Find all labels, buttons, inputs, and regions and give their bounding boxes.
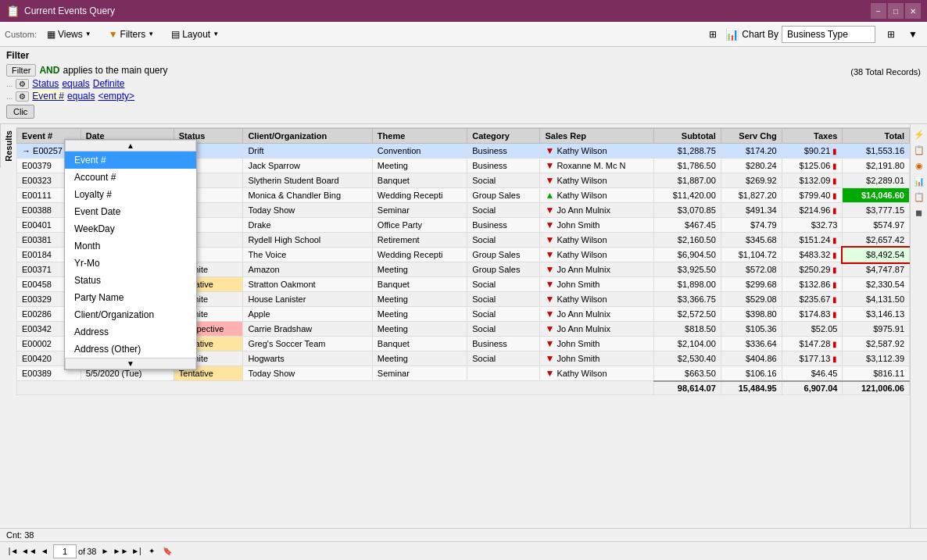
- cell-serv-chg: $299.68: [721, 277, 782, 292]
- tax-flag-icon: ▮: [832, 177, 837, 185]
- page-of-label: of: [78, 547, 85, 556]
- cell-total: $2,191.80: [843, 159, 910, 173]
- cell-serv-chg: $336.64: [721, 337, 782, 351]
- trend-down-icon: ▼: [545, 309, 554, 319]
- cell-theme: Meeting: [372, 159, 467, 173]
- filter-row1-dots[interactable]: ...: [6, 80, 13, 88]
- filters-button[interactable]: ▼ Filters ▼: [102, 25, 161, 44]
- and-operator[interactable]: AND: [39, 65, 59, 76]
- dropdown-item[interactable]: Month: [65, 237, 196, 255]
- filter-button[interactable]: Filter: [6, 64, 36, 77]
- views-button[interactable]: ▦ Views ▼: [40, 25, 98, 44]
- dropdown-item[interactable]: WeekDay: [65, 220, 196, 237]
- cell-category: Business: [467, 144, 540, 159]
- sidebar-copy-btn[interactable]: 📋: [912, 143, 926, 157]
- page-prev10-btn[interactable]: ◄◄: [22, 544, 36, 558]
- cell-theme: Seminar: [372, 366, 467, 381]
- cell-client: Greg's Soccer Team: [243, 337, 372, 351]
- cell-serv-chg: $74.79: [721, 218, 782, 233]
- cell-category: Business: [467, 337, 540, 351]
- dropdown-item[interactable]: Account #: [65, 169, 196, 186]
- total-subtotal: 98,614.07: [654, 381, 721, 395]
- cell-total: $4,131.50: [843, 292, 910, 307]
- filter-row1-btn[interactable]: ⚙: [16, 79, 29, 89]
- cell-subtotal: $1,898.00: [654, 277, 721, 292]
- sidebar-list-btn[interactable]: 📋: [912, 190, 926, 204]
- status-filter-val[interactable]: Definite: [93, 78, 125, 89]
- applies-label: applies to the main query: [63, 65, 167, 76]
- trend-down-icon: ▼: [545, 353, 554, 364]
- cell-serv-chg: $280.24: [721, 159, 782, 173]
- event-filter-op[interactable]: equals: [67, 91, 95, 102]
- cell-total: $3,112.39: [843, 351, 910, 366]
- cell-theme: Banquet: [372, 173, 467, 188]
- page-first-btn[interactable]: |◄: [6, 544, 20, 558]
- filter-section: Filter Filter AND applies to the main qu…: [0, 47, 927, 124]
- page-next10-btn[interactable]: ►►: [113, 544, 127, 558]
- cell-taxes: $132.09 ▮: [782, 173, 843, 188]
- tax-flag-icon: ▮: [832, 162, 837, 170]
- chart-by-input[interactable]: [782, 26, 875, 43]
- cell-total: $3,146.13: [843, 307, 910, 322]
- total-records: (38 Total Records): [850, 67, 921, 77]
- sidebar-chart-btn[interactable]: 📊: [912, 174, 926, 188]
- dropdown-item[interactable]: Address (Other): [65, 341, 196, 358]
- chart-options-button[interactable]: ⊞: [882, 25, 900, 44]
- status-filter-op[interactable]: equals: [62, 78, 89, 89]
- filter-row2-dots[interactable]: ...: [6, 92, 13, 101]
- dropdown-item[interactable]: Status: [65, 272, 196, 289]
- filter-title: Filter: [6, 50, 921, 61]
- sidebar-lightning-btn[interactable]: ⚡: [912, 127, 926, 141]
- dropdown-item[interactable]: Client/Organization: [65, 306, 196, 323]
- filter-row2-btn[interactable]: ⚙: [16, 91, 29, 102]
- page-bookmark-btn[interactable]: 🔖: [160, 544, 174, 558]
- cell-category: Social: [467, 351, 540, 366]
- click-apply-button[interactable]: Clic: [6, 105, 34, 119]
- sidebar-grid-btn[interactable]: ◼: [912, 205, 926, 219]
- cell-subtotal: $2,530.40: [654, 351, 721, 366]
- cell-total: $2,587.92: [843, 337, 910, 351]
- filter-header-row: Filter AND applies to the main query: [6, 64, 460, 77]
- cell-client: Jack Sparrow: [243, 159, 372, 173]
- cell-serv-chg: $106.16: [721, 366, 782, 381]
- close-button[interactable]: ✕: [905, 3, 921, 19]
- chart-settings-button[interactable]: ▼: [904, 25, 922, 44]
- dropdown-item[interactable]: Yr-Mo: [65, 255, 196, 272]
- minimize-button[interactable]: −: [871, 3, 886, 19]
- cell-subtotal: $818.50: [654, 322, 721, 337]
- layout-icon: ▤: [171, 29, 180, 40]
- cell-subtotal: $1,786.50: [654, 159, 721, 173]
- sidebar-filter-btn[interactable]: ◉: [912, 159, 926, 173]
- cell-theme: Meeting: [372, 351, 467, 366]
- dropdown-item[interactable]: Event Date: [65, 203, 196, 220]
- dropdown-scroll-down[interactable]: ▼: [65, 358, 196, 369]
- dropdown-item[interactable]: Party Name: [65, 289, 196, 306]
- cell-category: Social: [467, 233, 540, 248]
- dropdown-scroll-up[interactable]: ▲: [65, 140, 196, 152]
- page-number-input[interactable]: [53, 544, 77, 558]
- page-prev-btn[interactable]: ◄: [38, 544, 52, 558]
- dropdown-item[interactable]: Loyalty #: [65, 186, 196, 203]
- cell-rep: ▼ John Smith: [540, 218, 654, 233]
- status-filter-field[interactable]: Status: [32, 78, 59, 89]
- dropdown-item[interactable]: Event #: [65, 152, 196, 169]
- cell-serv-chg: $174.20: [721, 144, 782, 159]
- grid-view-button[interactable]: ⊞: [703, 25, 722, 44]
- cell-subtotal: $467.45: [654, 218, 721, 233]
- cell-theme: Banquet: [372, 277, 467, 292]
- dropdown-item[interactable]: Address: [65, 323, 196, 341]
- page-add-btn[interactable]: ✦: [145, 544, 159, 558]
- cell-category: Group Sales: [467, 248, 540, 262]
- maximize-button[interactable]: □: [888, 3, 904, 19]
- cell-total: $8,492.54: [843, 248, 910, 262]
- title-bar-controls[interactable]: − □ ✕: [871, 3, 921, 19]
- cell-total: $4,747.87: [843, 262, 910, 277]
- event-filter-val[interactable]: <empty>: [98, 91, 134, 102]
- cell-taxes: $46.45: [782, 366, 843, 381]
- page-last-btn[interactable]: ►|: [129, 544, 143, 558]
- cell-taxes: $799.40 ▮: [782, 188, 843, 203]
- event-filter-field[interactable]: Event #: [32, 91, 64, 102]
- page-next-btn[interactable]: ►: [98, 544, 112, 558]
- layout-button[interactable]: ▤ Layout ▼: [164, 25, 226, 44]
- cell-client: House Lanister: [243, 292, 372, 307]
